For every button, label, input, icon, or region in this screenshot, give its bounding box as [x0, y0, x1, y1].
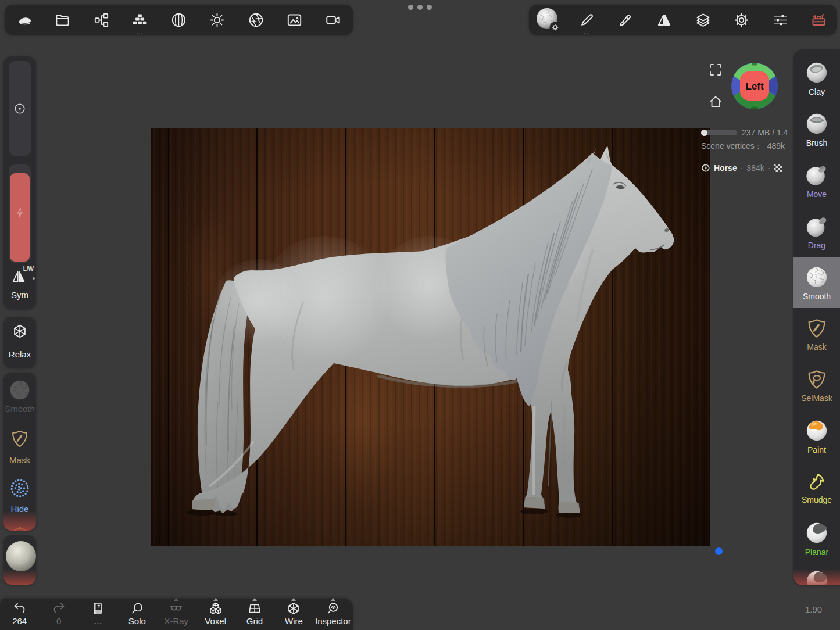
- brush-item-paint[interactable]: Paint: [793, 410, 840, 461]
- topology-bake-icon: [132, 12, 148, 28]
- mask-shield-icon: [806, 317, 828, 340]
- redo-icon: [52, 602, 66, 615]
- expand-caret-icon: [291, 598, 296, 601]
- brush-item-selmask[interactable]: SelMask: [793, 359, 840, 410]
- camera-button[interactable]: [314, 5, 353, 35]
- history-button[interactable]: …: [78, 599, 117, 630]
- brush-item-clay[interactable]: Clay: [793, 52, 840, 103]
- tool-gizmo-partial[interactable]: [3, 525, 36, 531]
- gizmo-top-mark: [752, 63, 757, 66]
- scene-graph-button[interactable]: [82, 5, 121, 35]
- active-brush-preview-icon: [535, 6, 562, 33]
- layers-button[interactable]: [684, 5, 723, 35]
- grid-button[interactable]: Grid: [235, 599, 274, 630]
- bottom-toolbar: 264 0 … Solo X-Ray: [0, 599, 353, 630]
- redo-button[interactable]: 0: [39, 599, 78, 630]
- scene-graph-icon: [94, 12, 109, 28]
- gizmo-bottom-mark: [750, 106, 759, 109]
- settings-button[interactable]: [723, 5, 762, 35]
- solo-magnifier-icon: [130, 602, 144, 615]
- wire-label: Wire: [285, 617, 303, 625]
- tool-relax-button[interactable]: Relax: [3, 317, 36, 368]
- undo-button[interactable]: 264: [0, 599, 39, 630]
- selmask-shield-icon: [806, 368, 828, 391]
- orientation-gizmo[interactable]: Left: [730, 62, 779, 110]
- symmetry-button[interactable]: [645, 5, 684, 35]
- smooth-rock-icon: [8, 378, 31, 402]
- tool-relax-label: Relax: [3, 349, 36, 359]
- wire-button[interactable]: Wire: [274, 599, 313, 630]
- intensity-slider[interactable]: [9, 164, 31, 263]
- painting-button[interactable]: [606, 5, 645, 35]
- tool-mask-button[interactable]: Mask: [3, 425, 36, 475]
- filters-sliders-icon: [773, 12, 788, 28]
- smudge-finger-icon: [806, 471, 828, 493]
- material-button[interactable]: [159, 5, 198, 35]
- brush-label: Clay: [809, 88, 825, 96]
- relax-web-icon: [12, 323, 28, 339]
- sym-button[interactable]: L/W Sym: [3, 266, 36, 309]
- home-icon[interactable]: [709, 95, 723, 109]
- layers-stack-icon: [695, 12, 711, 28]
- history-label: …: [94, 617, 102, 625]
- expand-caret-icon: [331, 598, 335, 601]
- grid-icon: [248, 602, 262, 615]
- memory-bar-knob: [701, 130, 707, 136]
- sym-mode-badge: L/W: [23, 266, 34, 272]
- nomad-logo-icon: [16, 12, 32, 28]
- brush-item-smudge[interactable]: Smudge: [793, 461, 840, 513]
- vertices-row: Scene vertices： 489k: [701, 141, 793, 152]
- radius-slider[interactable]: [9, 61, 31, 156]
- brush-label: Planar: [805, 548, 828, 556]
- app-menu-button[interactable]: [5, 5, 44, 35]
- multitask-indicator[interactable]: [408, 5, 432, 10]
- xray-button[interactable]: X-Ray: [157, 599, 196, 630]
- postprocess-button[interactable]: [237, 5, 276, 35]
- filters-button[interactable]: [761, 5, 800, 35]
- voxel-button[interactable]: Voxel: [196, 599, 235, 630]
- tool-smooth-button[interactable]: Smooth: [3, 375, 36, 425]
- brush-label: Smooth: [803, 292, 831, 300]
- lighting-button[interactable]: [198, 5, 237, 35]
- active-brush-button[interactable]: [529, 5, 568, 35]
- intensity-lightning-icon: [14, 207, 26, 221]
- stroke-button[interactable]: …: [568, 5, 607, 35]
- brush-sphere-icon: [805, 112, 829, 136]
- brush-label: Mask: [807, 343, 826, 351]
- brush-item-flatten-partial[interactable]: [793, 564, 840, 585]
- background-image-icon: [287, 12, 302, 28]
- xray-label: X-Ray: [164, 617, 188, 625]
- folder-files-icon: [55, 12, 70, 28]
- brush-item-planar[interactable]: Planar: [793, 513, 840, 564]
- brush-item-move[interactable]: Move: [793, 155, 840, 206]
- inspector-eye-icon: [326, 602, 340, 615]
- symmetry-mirror-icon: [656, 12, 672, 28]
- object-name: Horse: [714, 163, 737, 173]
- tool-hide-button[interactable]: Hide: [3, 475, 36, 525]
- gear-badge-icon: [550, 22, 561, 33]
- toolbox-button[interactable]: [800, 5, 839, 35]
- more-dots: …: [121, 29, 160, 35]
- matcap-sphere-icon: [6, 541, 36, 571]
- scene-stats: 237 MB / 1.4 Scene vertices： 489k Horse …: [701, 128, 793, 173]
- object-row[interactable]: Horse · 384k ·: [701, 163, 793, 173]
- files-button[interactable]: [44, 5, 83, 35]
- matcap-material-button[interactable]: [3, 535, 36, 585]
- stroke-pen-icon: [579, 12, 595, 28]
- solo-button[interactable]: Solo: [117, 599, 156, 630]
- topology-button[interactable]: …: [121, 5, 160, 35]
- brush-item-mask[interactable]: Mask: [793, 308, 840, 359]
- background-button[interactable]: [276, 5, 314, 35]
- fullscreen-icon[interactable]: [709, 63, 723, 77]
- vertices-value: 489k: [767, 141, 785, 151]
- inspector-label: Inspector: [315, 617, 351, 625]
- brush-item-smooth[interactable]: Smooth: [793, 257, 840, 308]
- lighting-sun-icon: [209, 12, 225, 28]
- inspector-button[interactable]: Inspector: [313, 599, 352, 630]
- brush-item-brush[interactable]: Brush: [793, 103, 840, 155]
- right-brush-panel: Clay Brush Move Drag Smooth: [793, 49, 840, 585]
- viewport-canvas[interactable]: [151, 128, 710, 546]
- radius-dot-icon: [13, 102, 26, 115]
- divider: [701, 158, 793, 158]
- brush-item-drag[interactable]: Drag: [793, 206, 840, 257]
